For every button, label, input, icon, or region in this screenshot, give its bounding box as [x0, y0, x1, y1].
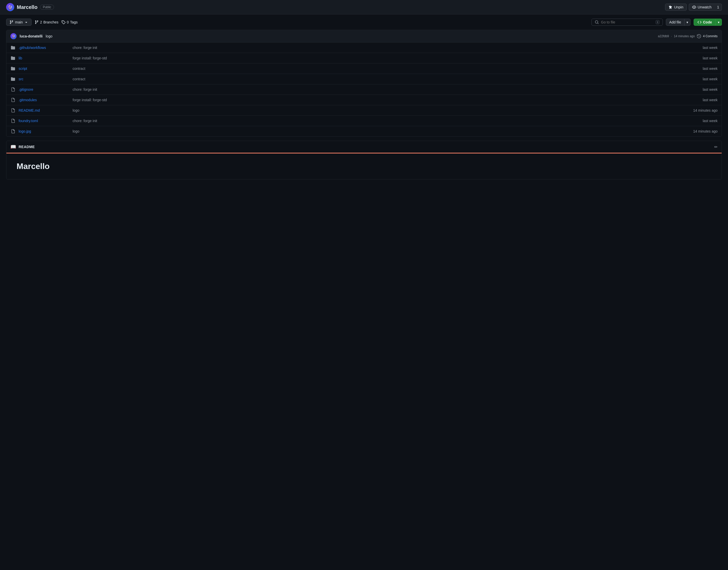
readme-title-area: 📖 README [10, 144, 35, 150]
commit-author[interactable]: luca-donatelli [20, 34, 43, 38]
search-box[interactable]: t [592, 19, 663, 26]
add-file-label: Add file [669, 20, 681, 24]
file-table: 🔮 luca-donatelli logo a22fdb9 · 14 minut… [6, 30, 722, 136]
file-name[interactable]: logo.jpg [19, 129, 70, 133]
readme-title: README [19, 145, 35, 149]
repo-name: Marcello [17, 4, 37, 10]
file-commit-message: chore: forge init [73, 46, 689, 50]
file-commit-message: chore: forge init [73, 119, 689, 123]
file-name[interactable]: .github/workflows [19, 46, 70, 50]
table-row: .github/workflows chore: forge init last… [6, 43, 722, 53]
readme-content: Marcello [6, 154, 722, 179]
search-icon [595, 20, 599, 24]
branches-count: 2 [40, 20, 42, 24]
folder-icon [10, 45, 16, 50]
file-time: last week [692, 98, 718, 102]
file-icon [10, 87, 16, 92]
add-file-caret[interactable]: ▾ [684, 19, 691, 26]
branch-selector[interactable]: main [6, 19, 32, 26]
commit-hash: a22fdb9 [658, 34, 669, 38]
readme-section: 📖 README ✏ Marcello [6, 141, 722, 180]
branch-icon [9, 20, 13, 24]
pin-icon [668, 5, 672, 9]
file-time: last week [692, 119, 718, 123]
folder-icon [10, 56, 16, 61]
table-row: README.md logo 14 minutes ago [6, 105, 722, 116]
top-header: 🔮 Marcello Public Unpin Unwatch 1 [0, 0, 728, 15]
table-row: .gitignore chore: forge init last week [6, 84, 722, 95]
branches-link[interactable]: 2 Branches [35, 20, 58, 24]
branch-name: main [15, 20, 23, 24]
file-time: 14 minutes ago [692, 129, 718, 133]
file-commit-message: logo [73, 108, 689, 112]
unpin-button[interactable]: Unpin [665, 4, 687, 11]
tag-icon [61, 20, 65, 24]
code-caret[interactable]: ▾ [716, 19, 722, 26]
commit-time: 14 minutes ago [674, 34, 695, 38]
file-name[interactable]: .gitignore [19, 87, 70, 91]
table-row: logo.jpg logo 14 minutes ago [6, 126, 722, 136]
file-time: last week [692, 56, 718, 60]
repo-avatar: 🔮 [6, 3, 14, 11]
file-commit-message: chore: forge init [73, 87, 689, 91]
folder-icon [10, 76, 16, 81]
file-name[interactable]: README.md [19, 108, 70, 112]
search-shortcut: t [656, 20, 660, 24]
file-name[interactable]: src [19, 77, 70, 81]
file-icon [10, 129, 16, 134]
tags-link[interactable]: 0 Tags [61, 20, 77, 24]
readme-heading: Marcello [17, 162, 711, 171]
branches-icon [35, 20, 39, 24]
file-icon [10, 97, 16, 102]
tags-count: 0 [67, 20, 69, 24]
branches-label: Branches [43, 20, 58, 24]
code-button[interactable]: Code [694, 19, 716, 26]
commit-separator: · [671, 34, 672, 38]
add-file-button[interactable]: Add file [666, 19, 684, 26]
table-row: lib forge install: forge-std last week [6, 53, 722, 63]
unwatch-label: Unwatch [698, 5, 711, 9]
file-name[interactable]: foundry.toml [19, 119, 70, 123]
book-icon: 📖 [10, 144, 16, 150]
visibility-badge: Public [40, 5, 54, 10]
table-row: script contract last week [6, 63, 722, 74]
commits-count: 4 Commits [703, 34, 718, 38]
header-actions: Unpin Unwatch 1 [665, 4, 722, 11]
file-commit-message: contract [73, 77, 689, 81]
file-time: last week [692, 77, 718, 81]
code-label: Code [703, 20, 712, 24]
commit-bar-right: a22fdb9 · 14 minutes ago 4 Commits [658, 34, 718, 38]
file-commit-message: forge install: forge-std [73, 56, 689, 60]
file-icon [10, 118, 16, 123]
repo-toolbar: main 2 Branches 0 Tags t Add file ▾ Code… [0, 15, 728, 30]
file-commit-message: contract [73, 66, 689, 71]
unwatch-button[interactable]: Unwatch [689, 4, 715, 11]
history-icon [697, 34, 701, 38]
file-name[interactable]: .gitmodules [19, 98, 70, 102]
commit-bar: 🔮 luca-donatelli logo a22fdb9 · 14 minut… [6, 30, 722, 43]
file-name[interactable]: script [19, 66, 70, 71]
file-icon [10, 108, 16, 113]
commit-message: logo [46, 34, 52, 38]
file-commit-message: logo [73, 129, 689, 133]
file-rows: .github/workflows chore: forge init last… [6, 43, 722, 136]
folder-icon [10, 66, 16, 71]
table-row: src contract last week [6, 74, 722, 84]
file-name[interactable]: lib [19, 56, 70, 60]
code-group: Code ▾ [694, 19, 722, 26]
unpin-label: Unpin [674, 5, 683, 9]
file-time: last week [692, 87, 718, 91]
watch-group: Unwatch 1 [689, 4, 722, 11]
file-time: last week [692, 46, 718, 50]
table-row: .gitmodules forge install: forge-std las… [6, 95, 722, 105]
chevron-down-icon [24, 20, 28, 24]
commits-link[interactable]: 4 Commits [703, 34, 718, 38]
watch-count[interactable]: 1 [715, 4, 722, 11]
code-icon [697, 20, 702, 24]
eye-icon [692, 5, 696, 9]
edit-readme-button[interactable]: ✏ [714, 145, 718, 150]
table-row: foundry.toml chore: forge init last week [6, 116, 722, 126]
file-time: 14 minutes ago [692, 108, 718, 112]
file-commit-message: forge install: forge-std [73, 98, 689, 102]
search-input[interactable] [601, 20, 654, 24]
